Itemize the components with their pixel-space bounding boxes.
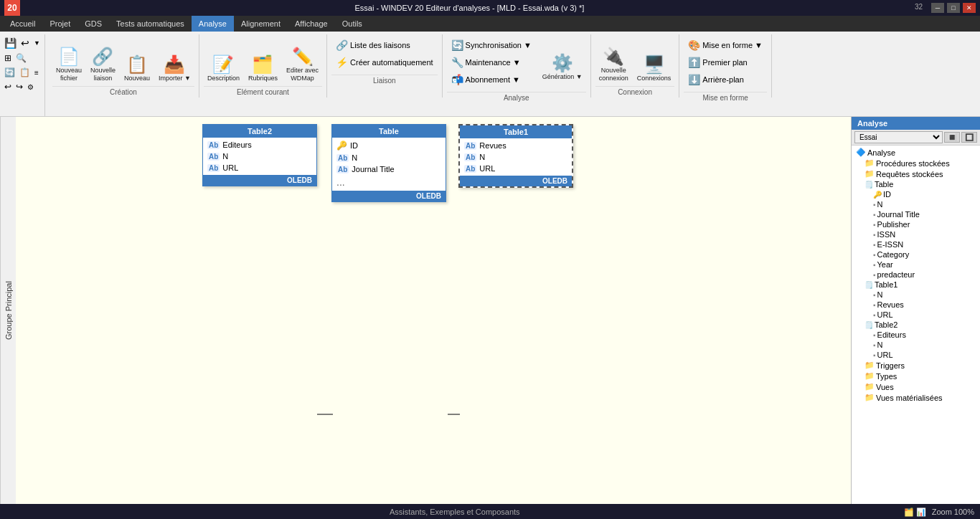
nouveau-fichier-button[interactable]: 📄 Nouveaufichier (52, 36, 85, 85)
generation-button[interactable]: ⚙️ Génération ▼ (539, 34, 586, 83)
tree-item-label: Revues (877, 300, 904, 309)
tree-item[interactable]: ▪ Journal Title (853, 209, 979, 219)
menu-alignement[interactable]: Alignement (234, 16, 288, 32)
qat-btn3[interactable]: 🔍 (14, 52, 28, 65)
panel-btn-2[interactable]: 🔲 (961, 132, 977, 143)
qat-btn2[interactable]: ⊞ (3, 52, 13, 65)
importer-button[interactable]: 📥 Importer ▼ (155, 36, 194, 85)
menu-accueil[interactable]: Accueil (3, 16, 42, 32)
tree-item[interactable]: ▪ URL (853, 350, 979, 360)
tree-item-label: ID (883, 190, 891, 199)
restore-button[interactable]: □ (947, 3, 960, 13)
tree-item[interactable]: 📁 Vues matérialisées (853, 392, 979, 403)
tree-item[interactable]: 🗒️ Table2 (853, 320, 979, 330)
qat-btn8[interactable]: ↪ (14, 80, 24, 93)
creer-auto-icon: ⚡ (336, 57, 348, 68)
right-panel: Analyse Essai 🔳 🔲 🔷 Analyse📁 Procédures … (851, 117, 980, 504)
premier-plan-label: Premier plan (702, 58, 747, 67)
tree-item[interactable]: 📁 Procédures stockées (853, 158, 979, 168)
tree-item[interactable]: 🗒️ Table (853, 179, 979, 189)
ribbon-group-creation: 📄 Nouveaufichier 🔗 Nouvelleliaison 📋 Nou… (48, 34, 199, 97)
qat-btn6[interactable]: ≡ (33, 66, 40, 79)
tree-item[interactable]: ▪ ISSN (853, 229, 979, 239)
maintenance-button[interactable]: 🔧 Maintenance ▼ (447, 54, 536, 70)
tree-item[interactable]: 🔑 ID (853, 189, 979, 199)
editer-wdmap-icon: ✏️ (292, 48, 314, 65)
tree-item[interactable]: ▪ Revues (853, 300, 979, 310)
premier-plan-button[interactable]: ⬆️ Premier plan (684, 54, 767, 70)
qat-undo[interactable]: ↩ (19, 36, 31, 50)
field-icon: ▪ (873, 201, 876, 209)
tree-item[interactable]: ▪ URL (853, 310, 979, 320)
menu-tests[interactable]: Tests automatiques (109, 16, 192, 32)
menu-analyse[interactable]: Analyse (192, 16, 234, 32)
nouvelle-connexion-button[interactable]: 🔌 Nouvelleconnexion (595, 36, 632, 85)
table-row: Ab URL (203, 162, 316, 173)
tree-item[interactable]: 🗒️ Table1 (853, 280, 979, 290)
description-button[interactable]: 📝 Description (204, 36, 243, 85)
connexions-button[interactable]: 🖥️ Connexions (633, 36, 675, 85)
tree-item[interactable]: ▪ Category (853, 249, 979, 260)
analyse-select[interactable]: Essai (854, 131, 943, 143)
tree-item[interactable]: ▪ predacteur (853, 270, 979, 280)
qat-save[interactable]: 💾 (3, 36, 18, 50)
folder-icon: 📁 (864, 361, 875, 370)
qat-btn9[interactable]: ⚙ (26, 80, 35, 93)
table-row: Ab N (332, 152, 446, 163)
liste-liaisons-button[interactable]: 🔗 Liste des liaisons (331, 37, 438, 53)
db-table-table1[interactable]: Table1 Ab Revues Ab N Ab URL OLEDB (458, 124, 573, 188)
field-icon: ▪ (873, 341, 876, 349)
creer-auto-button[interactable]: ⚡ Créer automatiquement (331, 54, 438, 70)
tree-item[interactable]: ▪ Publisher (853, 219, 979, 229)
menu-gds[interactable]: GDS (77, 16, 109, 32)
folder-icon: 📁 (864, 371, 875, 381)
table-header: Table (332, 125, 446, 138)
field-name: N (352, 153, 357, 162)
status-icons[interactable]: 🗂️ 📊 (904, 508, 926, 517)
field-icon: ▪ (873, 311, 876, 319)
mise-en-forme-button[interactable]: 🎨 Mise en forme ▼ (684, 37, 767, 53)
qat-btn4[interactable]: 🔄 (3, 66, 17, 79)
menu-affichage[interactable]: Affichage (288, 16, 335, 32)
field-type-icon: Ab (207, 153, 220, 161)
window-controls: 32 ─ □ ✕ (915, 3, 976, 13)
canvas-area[interactable]: Table2 Ab Editeurs Ab N Ab URL OLEDB Tab… (16, 117, 851, 504)
importer-icon: 📥 (164, 56, 185, 73)
nouveau-button[interactable]: 📋 Nouveau (121, 36, 154, 85)
tree-item[interactable]: ▪ N (853, 290, 979, 300)
menu-projet[interactable]: Projet (42, 16, 77, 32)
qat-dropdown[interactable]: ▼ (32, 36, 42, 50)
tree-item[interactable]: ▪ N (853, 199, 979, 209)
tree-item[interactable]: 📁 Triggers (853, 360, 979, 371)
menu-outils[interactable]: Outils (335, 16, 369, 32)
minimize-button[interactable]: ─ (931, 3, 944, 13)
qat-btn7[interactable]: ↩ (3, 80, 13, 93)
nouveau-icon: 📋 (126, 56, 148, 73)
status-center[interactable]: Assistants, Exemples et Composants (6, 508, 904, 516)
table-row: Ab N (203, 151, 316, 162)
tree-item[interactable]: ▪ Year (853, 260, 979, 270)
description-label: Description (207, 75, 240, 82)
mise-en-forme-buttons: 🎨 Mise en forme ▼ ⬆️ Premier plan ⬇️ Arr… (684, 34, 767, 90)
tree-item[interactable]: 🔷 Analyse (853, 147, 979, 158)
qat-btn5[interactable]: 📋 (18, 66, 32, 79)
editer-wdmap-button[interactable]: ✏️ Editer avecWDMap (283, 36, 322, 85)
tree-item[interactable]: ▪ Editeurs (853, 330, 979, 340)
panel-btn-1[interactable]: 🔳 (944, 132, 960, 143)
connexion-buttons: 🔌 Nouvelleconnexion 🖥️ Connexions (595, 34, 675, 85)
tree-item[interactable]: ▪ N (853, 340, 979, 350)
tree-item[interactable]: 📁 Vues (853, 381, 979, 392)
connexions-icon: 🖥️ (644, 56, 665, 73)
synchronisation-button[interactable]: 🔄 Synchronisation ▼ (447, 37, 536, 53)
tree-item[interactable]: 📁 Types (853, 371, 979, 381)
tree-item[interactable]: 📁 Requêtes stockées (853, 168, 979, 179)
close-button[interactable]: ✕ (963, 3, 976, 13)
arriere-plan-button[interactable]: ⬇️ Arrière-plan (684, 72, 767, 87)
tree-item[interactable]: ▪ E-ISSN (853, 239, 979, 249)
rubriques-button[interactable]: 🗂️ Rubriques (245, 36, 281, 85)
tree-item-label: URL (877, 351, 893, 359)
db-table-table2[interactable]: Table2 Ab Editeurs Ab N Ab URL OLEDB (202, 124, 317, 186)
db-table-table[interactable]: Table 🔑 ID Ab N Ab Journal Title ... OLE… (331, 124, 446, 202)
abonnement-button[interactable]: 📬 Abonnement ▼ (447, 72, 536, 87)
nouvelle-liaison-button[interactable]: 🔗 Nouvelleliaison (87, 36, 119, 85)
